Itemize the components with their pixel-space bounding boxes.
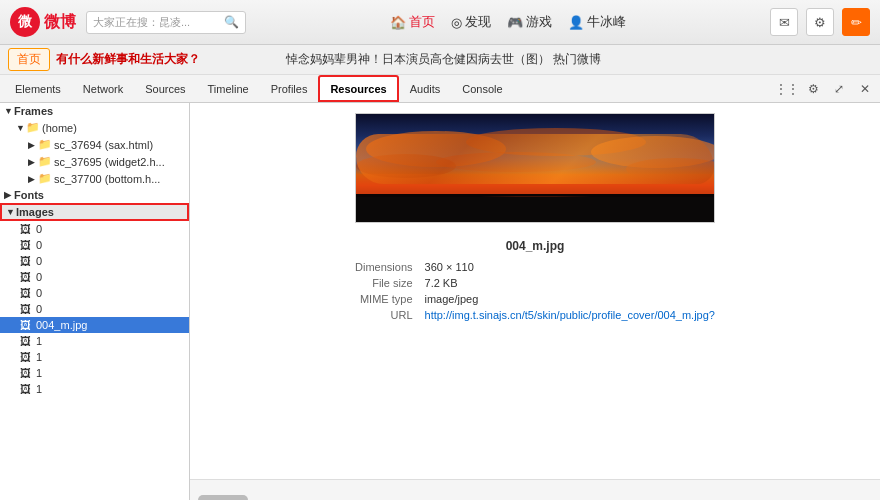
images-label: Images <box>16 206 54 218</box>
svg-point-2 <box>466 128 646 156</box>
tab-audits[interactable]: Audits <box>399 75 452 102</box>
image-icon-13: 🖼 <box>20 367 36 379</box>
image-item-004m-label: 004_m.jpg <box>36 319 87 331</box>
weibo-trending-news: 悼念妈妈辈男神！日本演员高仓健因病去世（图） 热门微博 <box>286 51 601 68</box>
home-item-label: (home) <box>42 122 77 134</box>
nav-item-games[interactable]: 🎮 游戏 <box>507 13 552 31</box>
image-item-004mjpg[interactable]: 🖼 004_m.jpg <box>0 317 189 333</box>
tree-item-sc37700[interactable]: ▶ 📁 sc_37700 (bottom.h... <box>0 170 189 187</box>
sc37700-folder-icon: 📁 <box>38 172 54 185</box>
nav-item-home[interactable]: 🏠 首页 <box>390 13 435 31</box>
tab-elements[interactable]: Elements <box>4 75 72 102</box>
sc37694-arrow-icon: ▶ <box>28 140 38 150</box>
games-icon: 🎮 <box>507 15 523 30</box>
tree-item-sc37695[interactable]: ▶ 📁 sc_37695 (widget2.h... <box>0 153 189 170</box>
sc37700-arrow-icon: ▶ <box>28 174 38 184</box>
image-filename: 004_m.jpg <box>349 239 721 253</box>
image-item-1-2[interactable]: 🖼 1 <box>0 349 189 365</box>
frames-arrow-icon: ▼ <box>4 106 14 116</box>
tree-item-home[interactable]: ▼ 📁 (home) <box>0 119 189 136</box>
fonts-arrow-icon: ▶ <box>4 190 14 200</box>
home-expand-arrow-icon: ▼ <box>16 123 26 133</box>
weibo-logo: 微 微博 <box>10 7 76 37</box>
devtools-menu-icon[interactable]: ⋮⋮ <box>776 78 798 100</box>
weibo-action-icons: ✉ ⚙ ✏ <box>770 8 870 36</box>
tab-timeline[interactable]: Timeline <box>197 75 260 102</box>
sc37700-label: sc_37700 (bottom.h... <box>54 173 160 185</box>
svg-rect-8 <box>356 194 715 223</box>
image-preview <box>355 113 715 223</box>
horizontal-scrollbar[interactable] <box>190 479 880 500</box>
image-item-1-4[interactable]: 🖼 1 <box>0 381 189 397</box>
weibo-search-bar[interactable]: 大家正在搜：昆凌... 🔍 <box>86 11 246 34</box>
svg-point-6 <box>626 158 715 180</box>
image-icon-12: 🖼 <box>20 351 36 363</box>
home-icon: 🏠 <box>390 15 406 30</box>
svg-point-3 <box>591 136 715 168</box>
sc37695-label: sc_37695 (widget2.h... <box>54 156 165 168</box>
filesize-value: 7.2 KB <box>419 275 721 291</box>
dimensions-label: Dimensions <box>349 259 418 275</box>
tab-console[interactable]: Console <box>451 75 513 102</box>
filesize-label: File size <box>349 275 418 291</box>
svg-point-1 <box>366 131 506 167</box>
image-icon-6: 🖼 <box>20 303 36 315</box>
weibo-nav: 🏠 首页 ◎ 发现 🎮 游戏 👤 牛冰峰 <box>256 13 760 31</box>
user-icon: 👤 <box>568 15 584 30</box>
image-icon-14: 🖼 <box>20 383 36 395</box>
weibo-topbar: 微 微博 大家正在搜：昆凌... 🔍 🏠 首页 ◎ 发现 🎮 游戏 👤 牛冰峰 … <box>0 0 880 45</box>
weibo-home-button[interactable]: 首页 <box>8 48 50 71</box>
image-item-0-4[interactable]: 🖼 0 <box>0 269 189 285</box>
settings-button[interactable]: ⚙ <box>806 8 834 36</box>
url-value: http://img.t.sinajs.cn/t5/skin/public/pr… <box>419 307 721 323</box>
images-arrow-icon: ▼ <box>6 207 16 217</box>
image-item-0-2[interactable]: 🖼 0 <box>0 237 189 253</box>
devtools-close-icon[interactable]: ✕ <box>854 78 876 100</box>
fonts-section-header[interactable]: ▶ Fonts <box>0 187 189 203</box>
weibo-trending-text: 有什么新鲜事和生活大家？ <box>56 51 200 68</box>
image-item-1-3[interactable]: 🖼 1 <box>0 365 189 381</box>
tab-sources[interactable]: Sources <box>134 75 196 102</box>
image-item-1-1[interactable]: 🖼 1 <box>0 333 189 349</box>
fonts-label: Fonts <box>14 189 44 201</box>
image-icon-1: 🖼 <box>20 223 36 235</box>
info-table: Dimensions 360 × 110 File size 7.2 KB MI… <box>349 259 721 323</box>
images-section-header[interactable]: ▼ Images <box>0 203 189 221</box>
sc37695-arrow-icon: ▶ <box>28 157 38 167</box>
mail-button[interactable]: ✉ <box>770 8 798 36</box>
url-link[interactable]: http://img.t.sinajs.cn/t5/skin/public/pr… <box>425 309 715 321</box>
devtools-dock-icon[interactable]: ⤢ <box>828 78 850 100</box>
frames-label: Frames <box>14 105 53 117</box>
tab-network[interactable]: Network <box>72 75 134 102</box>
image-item-0-5[interactable]: 🖼 0 <box>0 285 189 301</box>
devtools-settings-icon[interactable]: ⚙ <box>802 78 824 100</box>
info-row-mimetype: MIME type image/jpeg <box>349 291 721 307</box>
sc37694-label: sc_37694 (sax.html) <box>54 139 153 151</box>
weibo-logo-text: 微博 <box>44 12 76 33</box>
nav-item-user[interactable]: 👤 牛冰峰 <box>568 13 626 31</box>
compose-button[interactable]: ✏ <box>842 8 870 36</box>
scrollbar-thumb[interactable] <box>198 495 248 500</box>
frames-section-header[interactable]: ▼ Frames <box>0 103 189 119</box>
weibo-content-bar: 首页 有什么新鲜事和生活大家？ 悼念妈妈辈男神！日本演员高仓健因病去世（图） 热… <box>0 45 880 75</box>
image-item-0-6[interactable]: 🖼 0 <box>0 301 189 317</box>
nav-item-discover[interactable]: ◎ 发现 <box>451 13 491 31</box>
info-row-url: URL http://img.t.sinajs.cn/t5/skin/publi… <box>349 307 721 323</box>
tree-item-sc37694[interactable]: ▶ 📁 sc_37694 (sax.html) <box>0 136 189 153</box>
search-icon: 🔍 <box>224 15 239 29</box>
image-item-0-1[interactable]: 🖼 0 <box>0 221 189 237</box>
tab-profiles[interactable]: Profiles <box>260 75 319 102</box>
url-label: URL <box>349 307 418 323</box>
image-icon-3: 🖼 <box>20 255 36 267</box>
image-icon-4: 🖼 <box>20 271 36 283</box>
sc37694-folder-icon: 📁 <box>38 138 54 151</box>
image-icon-11: 🖼 <box>20 335 36 347</box>
image-icon-004m: 🖼 <box>20 319 36 331</box>
image-info: 004_m.jpg Dimensions 360 × 110 File size… <box>349 239 721 323</box>
discover-icon: ◎ <box>451 15 462 30</box>
tab-resources[interactable]: Resources <box>318 75 398 102</box>
home-folder-icon: 📁 <box>26 121 42 134</box>
sc37695-folder-icon: 📁 <box>38 155 54 168</box>
mimetype-value: image/jpeg <box>419 291 721 307</box>
image-item-0-3[interactable]: 🖼 0 <box>0 253 189 269</box>
